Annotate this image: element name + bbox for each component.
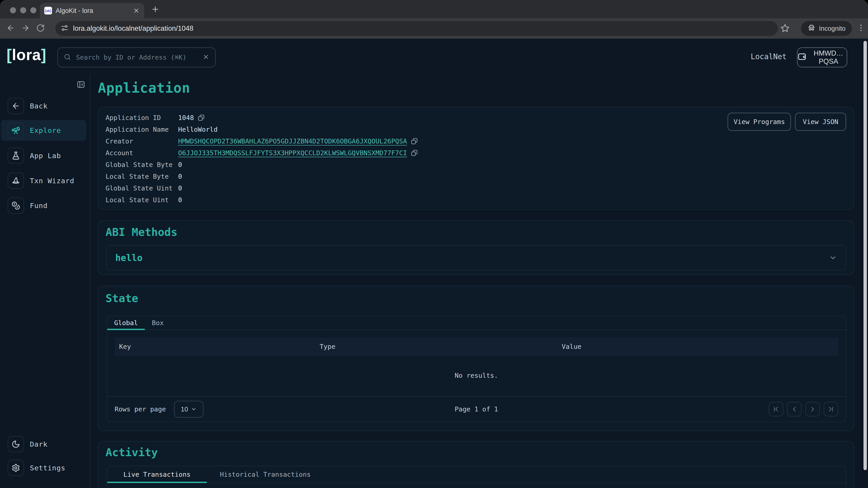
- wizard-hat-icon: [8, 173, 24, 189]
- state-table-header: Key Type Value: [115, 337, 838, 356]
- abi-methods-card: ABI Methods hello: [98, 220, 854, 275]
- telescope-icon: [8, 122, 24, 138]
- previous-page-button[interactable]: [787, 402, 802, 416]
- state-panel: Global Box Key Type Value No results. Ro…: [107, 316, 846, 422]
- sidebar-item-app-lab[interactable]: App Lab: [1, 145, 86, 166]
- search-clear-icon[interactable]: [203, 54, 209, 61]
- last-page-button[interactable]: [824, 402, 838, 416]
- detail-value: 0: [178, 173, 182, 180]
- sidebar-item-label: Back: [30, 102, 48, 110]
- column-header-key: Key: [119, 337, 131, 356]
- page-info: Page 1 of 1: [107, 405, 846, 413]
- creator-address-link[interactable]: HMWDSHQCOPD2T36WBAHLAZ6PO5GDJJZBN4D2TODK…: [178, 137, 407, 145]
- new-tab-button[interactable]: [151, 5, 160, 13]
- reload-icon[interactable]: [36, 24, 45, 33]
- sidebar-item-txn-wizard[interactable]: Txn Wizard: [1, 170, 86, 191]
- detail-row-local-state-byte: Local State Byte 0: [105, 170, 846, 182]
- state-heading: State: [105, 292, 138, 304]
- detail-label: Application Name: [105, 126, 178, 133]
- copy-icon[interactable]: [197, 114, 205, 121]
- detail-label: Account: [105, 149, 178, 157]
- state-card: State Global Box Key Type Value No resul…: [98, 286, 854, 431]
- logo-bracket-close: ]: [41, 46, 46, 64]
- global-search[interactable]: [57, 47, 216, 67]
- state-tabs: Global Box: [107, 316, 846, 330]
- next-page-button[interactable]: [805, 402, 820, 416]
- sidebar-item-fund[interactable]: Fund: [1, 195, 86, 216]
- browser-chrome: [ak] AlgoKit - lora lora.algokit.i: [0, 0, 868, 39]
- tab-historical-transactions[interactable]: Historical Transactions: [207, 466, 324, 483]
- activity-panel: Live Transactions Historical Transaction…: [107, 466, 846, 488]
- abi-method-hello-accordion[interactable]: hello: [106, 245, 846, 270]
- tab-global[interactable]: Global: [107, 316, 145, 330]
- network-label[interactable]: LocalNet: [751, 39, 786, 74]
- detail-value: 0: [178, 196, 182, 204]
- detail-label: Local State Uint: [105, 196, 178, 204]
- sidebar-item-settings[interactable]: Settings: [1, 457, 86, 478]
- copy-icon[interactable]: [411, 138, 418, 145]
- sidebar-item-back[interactable]: Back: [1, 96, 86, 116]
- forward-nav-icon[interactable]: [21, 24, 30, 33]
- sidebar-item-theme-dark[interactable]: Dark: [1, 434, 86, 455]
- logo-bracket-open: [: [6, 46, 12, 64]
- chevron-first-icon: [772, 405, 780, 413]
- arrow-left-icon: [8, 98, 24, 114]
- flask-icon: [8, 148, 24, 164]
- back-nav-icon[interactable]: [6, 24, 15, 33]
- window-close-button[interactable]: [10, 7, 16, 13]
- url-bar[interactable]: lora.algokit.io/localnet/application/104…: [55, 21, 778, 36]
- tab-close-icon[interactable]: [133, 7, 140, 14]
- tab-title: AlgoKit - lora: [56, 7, 129, 14]
- window-minimize-button[interactable]: [20, 7, 26, 13]
- sidebar-item-explore[interactable]: Explore: [1, 120, 86, 141]
- pagination-controls: [769, 402, 838, 416]
- window-zoom-button[interactable]: [30, 7, 36, 13]
- browser-menu-icon[interactable]: [857, 24, 865, 33]
- search-input[interactable]: [76, 54, 197, 61]
- tab-box[interactable]: Box: [145, 316, 170, 330]
- abi-methods-heading: ABI Methods: [105, 226, 178, 238]
- coins-icon: [8, 197, 24, 214]
- application-details-card: Application ID 1048 Application Name Hel…: [98, 107, 854, 210]
- incognito-icon: [807, 24, 815, 33]
- sidebar-item-label: Explore: [30, 126, 61, 134]
- application-id-value: 1048: [178, 114, 194, 122]
- page-scrollbar[interactable]: [864, 41, 867, 470]
- detail-row-account: Account O6JJOJ335TH3MDQSSLFJFYTS3X3HPPXQ…: [105, 147, 846, 159]
- chevron-last-icon: [827, 405, 835, 413]
- tab-live-transactions[interactable]: Live Transactions: [107, 466, 207, 483]
- view-programs-button[interactable]: View Programs: [727, 113, 791, 131]
- empty-results-message: No results.: [107, 372, 846, 379]
- copy-icon[interactable]: [411, 149, 418, 157]
- gear-icon: [8, 460, 24, 476]
- chevron-right-icon: [809, 405, 816, 413]
- chevron-left-icon: [790, 405, 798, 413]
- site-info-icon[interactable]: [61, 24, 68, 33]
- application-name-value: HelloWorld: [178, 126, 218, 133]
- sidebar-item-label: Dark: [30, 440, 48, 448]
- state-table-footer: Rows per page 10 Page 1 of 1: [107, 396, 846, 422]
- detail-label: Global State Uint: [105, 184, 178, 192]
- traffic-lights: [10, 7, 36, 13]
- tab-favicon: [ak]: [44, 7, 52, 14]
- logo-text: lora: [12, 46, 41, 64]
- detail-row-creator: Creator HMWDSHQCOPD2T36WBAHLAZ6PO5GDJJZB…: [105, 135, 846, 147]
- lora-app: [ lora ] LocalNet HMWD…PQSA: [0, 39, 868, 488]
- view-json-button[interactable]: View JSON: [795, 113, 846, 131]
- sidebar-item-label: App Lab: [30, 152, 61, 160]
- detail-row-global-state-uint: Global State Uint 0: [105, 182, 846, 194]
- wallet-button[interactable]: HMWD…PQSA: [797, 47, 847, 67]
- detail-row-local-state-uint: Local State Uint 0: [105, 194, 846, 206]
- account-address-link[interactable]: O6JJOJ335TH3MDQSSLFJFYTS3X3HPPXQCCLD2KLW…: [178, 149, 407, 157]
- main-content: Application Application ID 1048: [91, 74, 868, 488]
- search-icon: [64, 53, 71, 61]
- lora-logo[interactable]: [ lora ]: [6, 46, 46, 64]
- moon-icon: [8, 436, 24, 452]
- browser-tab[interactable]: [ak] AlgoKit - lora: [40, 3, 144, 18]
- app-header: [ lora ] LocalNet HMWD…PQSA: [0, 39, 868, 74]
- sidebar: Back Explore App Lab Txn Wizard: [0, 74, 90, 488]
- activity-card: Activity Live Transactions Historical Tr…: [98, 441, 854, 488]
- first-page-button[interactable]: [769, 402, 783, 416]
- sidebar-collapse-button[interactable]: [76, 80, 85, 90]
- bookmark-star-icon[interactable]: [780, 24, 790, 34]
